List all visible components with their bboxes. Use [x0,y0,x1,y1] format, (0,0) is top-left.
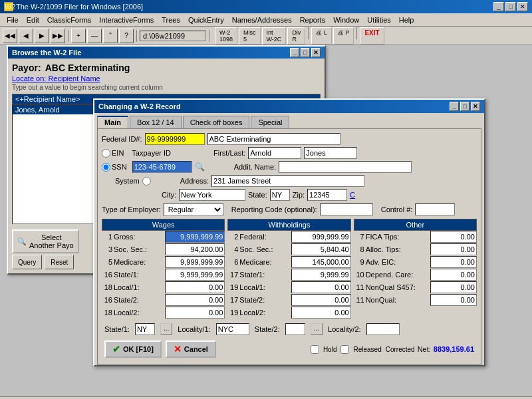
w2-1098-button[interactable]: W-21098 [215,27,237,45]
first-name-input[interactable] [248,147,301,159]
menu-help[interactable]: Help [395,15,418,25]
local2-wages-input[interactable] [165,307,225,319]
depend-care-input[interactable] [430,269,477,281]
w2-close-button[interactable]: ✕ [471,102,480,111]
row-num: 17 [227,271,238,279]
locate-link[interactable]: Locate on: Recipient Name [12,74,321,82]
state-input[interactable] [270,189,290,201]
copy-button[interactable]: " [103,29,118,43]
fica-tips-input[interactable] [430,231,477,243]
menu-utilities[interactable]: Utilities [363,15,394,25]
query-button[interactable]: Query [12,255,42,269]
nav-next-button[interactable]: ▶ [35,29,49,43]
ok-button[interactable]: ✔ OK [F10] [104,340,162,358]
row-num: 19 [227,283,238,291]
zip-input[interactable] [307,189,347,201]
menu-classicforms[interactable]: ClassicForms [43,15,96,25]
last-name-input[interactable] [304,147,357,159]
delete-button[interactable]: — [87,29,102,43]
address-input[interactable] [211,175,364,187]
medicare-with-input[interactable] [291,256,351,268]
control-input[interactable] [415,203,455,215]
print-l-button[interactable]: 🖨 L [311,27,332,45]
alloc-tips-input[interactable] [430,243,477,255]
addit-name-input[interactable] [279,161,412,173]
minimize-button[interactable]: _ [493,2,504,11]
browse-minimize-button[interactable]: _ [290,48,299,57]
tab-box12[interactable]: Box 12 / 14 [130,116,182,128]
tab-checkoff[interactable]: Check off boxes [183,116,250,128]
nav-prev-button[interactable]: ◀ [19,29,33,43]
add-button[interactable]: + [71,29,86,43]
menu-file[interactable]: File [3,15,23,25]
cancel-button[interactable]: ✕ Cancel [166,340,216,358]
ein-radio[interactable] [102,149,110,158]
row-num: 4 [227,245,238,253]
browse-close-button[interactable]: ✕ [311,48,321,57]
local1-with-input[interactable] [291,281,351,293]
tab-main[interactable]: Main [97,116,128,128]
state1-wages-input[interactable] [165,269,225,281]
w2-minimize-button[interactable]: _ [450,102,459,111]
state1-bottom-input[interactable] [135,323,155,335]
state1-ellipsis-button[interactable]: ... [160,323,172,335]
federal-input[interactable] [291,231,351,243]
int-w2c-button[interactable]: IntW-2C [262,27,287,45]
browse-maximize-button[interactable]: □ [301,48,310,57]
adv-eic-input[interactable] [430,256,477,268]
nonqual-s457-input[interactable] [430,281,477,293]
state2-bottom-input[interactable] [285,323,305,335]
print-p-button[interactable]: 🖨 P [333,27,354,45]
reset-button[interactable]: Reset [45,255,74,269]
locality2-input[interactable] [366,323,400,335]
reporting-code-input[interactable] [320,203,373,215]
state2-ellipsis-button[interactable]: ... [311,323,323,335]
select-payer-button[interactable]: 🔍 SelectAnother Payo [12,229,79,253]
ssn-input[interactable] [132,161,192,173]
withholdings-header: Withholdings [227,219,350,231]
menu-trees[interactable]: Trees [158,15,184,25]
state1-label: State/1: [114,271,164,279]
federal-id-input[interactable] [145,133,205,145]
local2-with-input[interactable] [291,307,351,319]
state2-with-label: State/2: [239,296,289,304]
menu-window[interactable]: Window [329,15,363,25]
system-radio-input[interactable] [142,177,151,186]
soc-sec-wages-input[interactable] [165,243,225,255]
ein-radio-group: EIN [102,149,124,158]
w2-maximize-button[interactable]: □ [460,102,469,111]
employer-type-select[interactable]: Regular [164,203,223,216]
company-name-input[interactable] [207,133,340,145]
state2-wages-input[interactable] [165,294,225,306]
state1-with-input[interactable] [291,269,351,281]
menu-names[interactable]: Names/Addresses [228,15,296,25]
menu-quickentry[interactable]: QuickEntry [184,15,228,25]
menu-interactiveforms[interactable]: InteractiveForms [95,15,158,25]
city-input[interactable] [179,189,245,201]
search-icon[interactable]: 🔍 [195,162,205,172]
div-r-button[interactable]: DivR [287,27,305,45]
local1-wages-input[interactable] [165,281,225,293]
maximize-button[interactable]: □ [505,2,516,11]
zip-lookup-button[interactable]: C [350,191,355,199]
menu-reports[interactable]: Reports [296,15,330,25]
help-button[interactable]: ? [119,29,134,43]
misc-5-button[interactable]: Misc5 [239,27,261,45]
hold-checkbox[interactable] [311,345,319,354]
released-checkbox[interactable] [340,345,349,354]
soc-sec-with-input[interactable] [291,243,351,255]
state2-with-input[interactable] [291,294,351,306]
row-num: 18 [102,283,112,291]
close-button[interactable]: ✕ [517,2,528,11]
withholdings-column: Withholdings 2 Federal: 4 Soc. Sec.: 6 M… [227,219,350,319]
gross-input[interactable] [165,231,225,243]
medicare-wages-input[interactable] [165,256,225,268]
locality1-input[interactable] [216,323,249,335]
nav-last-button[interactable]: ▶▶ [51,29,65,43]
ssn-radio[interactable] [102,163,110,172]
nonqual-input[interactable] [430,294,477,306]
exit-button[interactable]: EXIT [360,27,384,45]
nav-first-button[interactable]: ◀◀ [3,29,17,43]
tab-special[interactable]: Special [251,116,289,128]
menu-edit[interactable]: Edit [23,15,43,25]
